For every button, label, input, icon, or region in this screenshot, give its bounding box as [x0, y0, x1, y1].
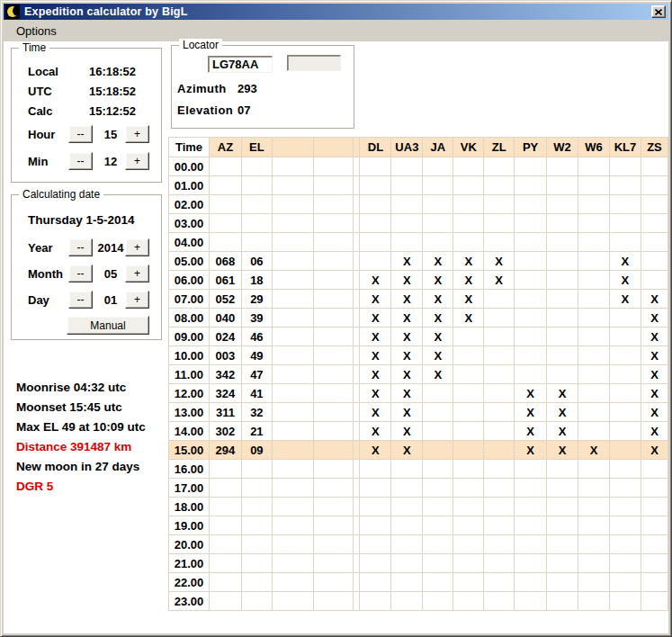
mark-cell: X [360, 290, 391, 309]
station-column-header: VK [453, 138, 484, 157]
empty-cell [313, 176, 354, 195]
el-cell [241, 573, 272, 592]
mark-cell: X [360, 441, 391, 460]
station-column-header: JA [423, 138, 453, 157]
mark-cell [515, 460, 547, 479]
mark-cell [609, 176, 641, 195]
mark-cell: X [391, 384, 423, 403]
month-minus-button[interactable]: -- [68, 265, 93, 283]
az-cell [209, 573, 241, 592]
mark-cell: X [391, 365, 423, 384]
mark-cell [453, 346, 484, 365]
az-cell [209, 498, 241, 516]
mark-cell: X [391, 309, 423, 327]
time-cell: 11.00 [169, 365, 210, 384]
min-value: 12 [95, 155, 126, 168]
mark-cell [423, 233, 453, 252]
manual-button[interactable]: Manual [67, 316, 149, 335]
mark-cell [453, 573, 484, 592]
mark-cell [641, 498, 668, 516]
min-plus-button[interactable]: + [125, 152, 149, 170]
mark-cell [578, 460, 610, 479]
empty-column-header [354, 138, 360, 157]
mark-cell [609, 535, 641, 554]
station-column-header: EL [241, 138, 272, 157]
mark-cell [391, 233, 423, 252]
mark-cell [578, 592, 610, 611]
mark-cell [578, 195, 610, 214]
mark-cell: X [515, 422, 547, 441]
time-cell: 01.00 [169, 176, 210, 195]
mark-cell [515, 290, 547, 309]
mark-cell [609, 346, 641, 365]
station-column-header: ZS [641, 138, 668, 157]
empty-cell [313, 233, 354, 252]
table-row: 16.00 [169, 460, 668, 479]
mark-cell: X [547, 384, 578, 403]
mark-cell [547, 195, 578, 214]
empty-cell [313, 535, 354, 554]
mark-cell [360, 460, 391, 479]
min-label: Min [28, 155, 48, 168]
mark-cell [578, 214, 610, 233]
moon-info-line: Distance 391487 km [16, 440, 146, 460]
mark-cell [423, 460, 453, 479]
hour-minus-button[interactable]: -- [68, 125, 93, 143]
moon-info-line: Moonrise 04:32 utc [16, 381, 146, 400]
gap-cell [354, 573, 360, 592]
time-cell: 02.00 [169, 195, 210, 214]
az-cell: 052 [209, 290, 241, 309]
time-cell: 14.00 [169, 422, 210, 441]
azimuth-label: Azimuth [177, 82, 227, 95]
el-cell [241, 157, 272, 176]
locator-input[interactable] [208, 56, 273, 73]
mark-cell: X [423, 327, 453, 346]
empty-cell [313, 327, 354, 346]
hour-plus-button[interactable]: + [125, 125, 149, 143]
year-minus-button[interactable]: -- [68, 238, 93, 256]
mark-cell [453, 422, 484, 441]
time-cell: 00.00 [169, 157, 210, 176]
mark-cell [547, 176, 578, 195]
calc-date-text: Thursday 1-5-2014 [28, 213, 135, 227]
locator-input-2[interactable] [287, 55, 341, 71]
empty-cell [272, 479, 313, 498]
empty-cell [313, 346, 354, 365]
mark-cell: X [609, 290, 641, 309]
day-minus-button[interactable]: -- [68, 291, 93, 309]
mark-cell [547, 535, 578, 554]
min-minus-button[interactable]: -- [68, 152, 93, 170]
title-bar: Expedition calculator by BigL [4, 4, 668, 20]
mark-cell [484, 365, 515, 384]
menu-options[interactable]: Options [4, 20, 62, 38]
empty-cell [313, 384, 354, 403]
empty-cell [272, 176, 313, 195]
close-button[interactable] [651, 5, 666, 18]
table-row: 10.0000349XXXX [169, 346, 668, 365]
local-time-value: 16:18:52 [89, 65, 136, 78]
mark-cell [453, 195, 484, 214]
mark-cell [423, 157, 453, 176]
empty-cell [272, 592, 313, 611]
empty-cell [272, 554, 313, 573]
month-label: Month [28, 267, 63, 281]
year-plus-button[interactable]: + [125, 238, 149, 256]
table-row: 13.0031132XXXXX [169, 403, 668, 422]
mark-cell: X [391, 252, 423, 271]
mark-cell [578, 157, 610, 176]
mark-cell [641, 592, 668, 611]
mark-cell [641, 535, 668, 554]
mark-cell: X [453, 309, 484, 327]
mark-cell [641, 573, 668, 592]
mark-cell [609, 498, 641, 516]
day-plus-button[interactable]: + [125, 291, 149, 309]
gap-cell [354, 441, 360, 460]
az-cell: 324 [209, 384, 241, 403]
calculating-date-caption: Calculating date [19, 188, 103, 201]
mark-cell [578, 535, 610, 554]
close-icon [655, 9, 662, 15]
mark-cell [453, 460, 484, 479]
station-column-header: AZ [209, 138, 241, 157]
mark-cell: X [609, 252, 641, 271]
month-plus-button[interactable]: + [125, 265, 149, 283]
